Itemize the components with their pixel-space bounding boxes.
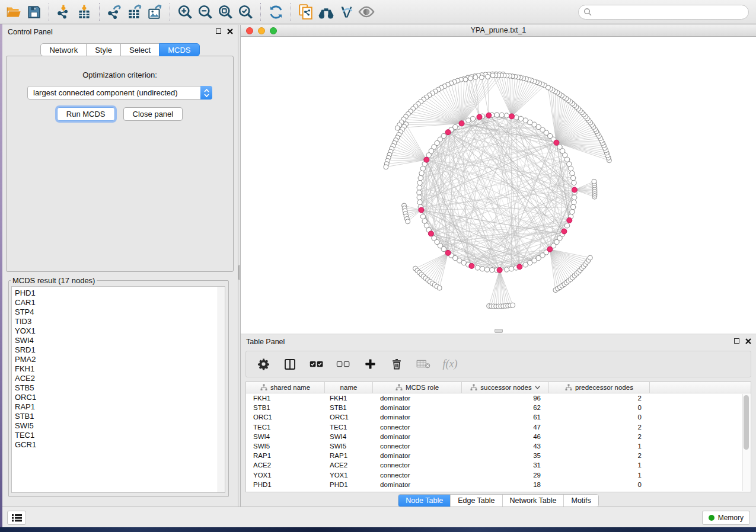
search-network-icon[interactable] [316,2,336,22]
mcds-result-item[interactable]: ORC1 [15,393,225,402]
export-image-icon[interactable] [145,2,165,22]
global-search-field[interactable] [578,5,749,20]
tab-select[interactable]: Select [120,43,160,56]
show-columns-icon[interactable] [282,357,298,372]
float-panel-icon[interactable] [734,338,739,344]
delete-icon[interactable] [389,357,404,372]
table-row[interactable]: FKH1 FKH1 dominator 96 2 [246,393,751,403]
save-session-icon[interactable] [24,2,44,22]
float-panel-icon[interactable] [216,28,221,34]
run-mcds-button[interactable]: Run MCDS [57,107,115,121]
table-row[interactable]: ACE2 ACE2 connector 31 1 [246,460,751,470]
cell-mcds-role: dominator [373,433,462,440]
mcds-result-item[interactable]: RAP1 [15,402,225,412]
toolbar-separator [49,3,49,21]
mcds-result-item[interactable]: TID3 [15,317,225,326]
memory-button[interactable]: Memory [702,511,750,525]
export-network-icon[interactable] [104,2,125,22]
mcds-result-item[interactable]: TEC1 [15,431,225,440]
cell-predecessor-nodes: 2 [549,433,650,440]
mcds-result-item[interactable]: STB5 [15,383,225,393]
network-canvas[interactable] [241,37,756,334]
mcds-result-item[interactable]: ACE2 [15,374,225,383]
column-header-successor-nodes[interactable]: successor nodes [462,382,549,393]
column-header-shared-name[interactable]: shared name [246,382,325,393]
mcds-result-item[interactable]: GCR1 [15,440,225,450]
mcds-result-item[interactable]: PHD1 [15,289,225,298]
vizmapper-icon[interactable] [336,2,356,22]
mcds-result-item[interactable]: STP4 [15,307,225,317]
mcds-result-item[interactable]: STB1 [15,412,225,421]
network-view-panel: YPA_prune.txt_1 [241,25,756,334]
optimization-criterion-select[interactable]: largest connected component (undirected) [27,86,212,100]
column-header-predecessor-nodes[interactable]: predecessor nodes [549,382,650,393]
mcds-list-scrollbar[interactable] [218,287,225,492]
clone-network-icon[interactable] [296,2,316,22]
tab-edge-table[interactable]: Edge Table [450,495,502,507]
table-row[interactable]: STB1 STB1 dominator 62 0 [246,403,751,412]
cell-predecessor-nodes: 1 [549,472,650,479]
zoom-in-icon[interactable] [175,2,195,22]
table-row[interactable]: YOX1 YOX1 connector 29 1 [246,470,751,480]
tab-style[interactable]: Style [86,43,121,56]
import-table-icon[interactable] [74,2,94,22]
show-hide-icon[interactable] [356,2,377,22]
search-input[interactable] [595,8,744,16]
open-file-icon[interactable] [4,2,24,22]
mcds-result-item[interactable]: CAR1 [15,298,225,307]
column-label: successor nodes [480,384,531,391]
tab-node-table[interactable]: Node Table [398,495,450,507]
table-row[interactable]: SWI5 SWI5 connector 43 1 [246,441,751,451]
zoom-out-icon[interactable] [195,2,215,22]
mcds-result-item[interactable]: SWI4 [15,336,225,345]
cell-mcds-role: dominator [373,414,462,421]
table-scrollbar-thumb[interactable] [744,395,749,450]
add-icon[interactable] [362,357,378,372]
window-maximize-icon[interactable] [270,27,277,34]
search-icon [583,8,592,16]
cell-shared-name: SWI4 [246,433,325,440]
log-console-icon[interactable] [7,511,26,525]
control-panel-title: Control Panel [8,28,53,36]
window-close-icon[interactable] [246,27,253,34]
close-panel-icon[interactable] [227,28,233,34]
cell-successor-nodes: 47 [462,424,549,431]
tab-network[interactable]: Network [40,43,87,56]
mcds-result-item[interactable]: FKH1 [15,364,225,374]
table-body: FKH1 FKH1 dominator 96 2 STB1 STB1 domin… [246,393,751,489]
optimization-criterion-label: Optimization criterion: [7,70,233,79]
column-header-mcds-role[interactable]: MCDS role [373,382,462,393]
close-panel-icon[interactable] [745,338,751,344]
window-minimize-icon[interactable] [258,27,265,34]
settings-gear-icon[interactable] [256,357,271,372]
mcds-result-item[interactable]: SWI5 [15,421,225,431]
mcds-result-item[interactable]: YOX1 [15,326,225,336]
table-row[interactable]: RAP1 RAP1 dominator 35 2 [246,451,751,460]
zoom-fit-icon[interactable] [215,2,235,22]
tab-network-table[interactable]: Network Table [502,495,564,507]
mcds-result-list[interactable]: PHD1 CAR1 STP4 TID3 YOX1 SWI4 SRD1 PMA2 … [12,287,225,450]
table-row[interactable]: SWI4 SWI4 dominator 46 2 [246,432,751,441]
cell-mcds-role: connector [373,443,462,450]
mcds-result-item[interactable]: SRD1 [15,345,225,355]
table-scrollbar[interactable] [742,394,750,491]
deselect-all-icon[interactable] [336,357,351,372]
cell-predecessor-nodes: 1 [549,462,650,469]
table-row[interactable]: PHD1 PHD1 dominator 18 0 [246,480,751,489]
network-splitter-handle[interactable] [495,329,503,333]
zoom-selected-icon[interactable] [235,2,256,22]
tab-mcds[interactable]: MCDS [159,43,199,56]
import-network-icon[interactable] [54,2,74,22]
splitter-handle[interactable] [238,265,240,280]
select-all-icon[interactable] [309,357,324,372]
cell-name: STB1 [325,404,373,411]
column-header-name[interactable]: name [325,382,373,393]
cell-shared-name: ACE2 [246,462,325,469]
table-row[interactable]: TEC1 TEC1 connector 47 2 [246,422,751,432]
export-table-icon[interactable] [125,2,145,22]
mcds-result-item[interactable]: PMA2 [15,355,225,364]
tab-motifs[interactable]: Motifs [563,495,598,507]
table-row[interactable]: ORC1 ORC1 dominator 61 0 [246,412,751,422]
refresh-layout-icon[interactable] [266,2,286,22]
close-panel-button[interactable]: Close panel [123,107,183,121]
